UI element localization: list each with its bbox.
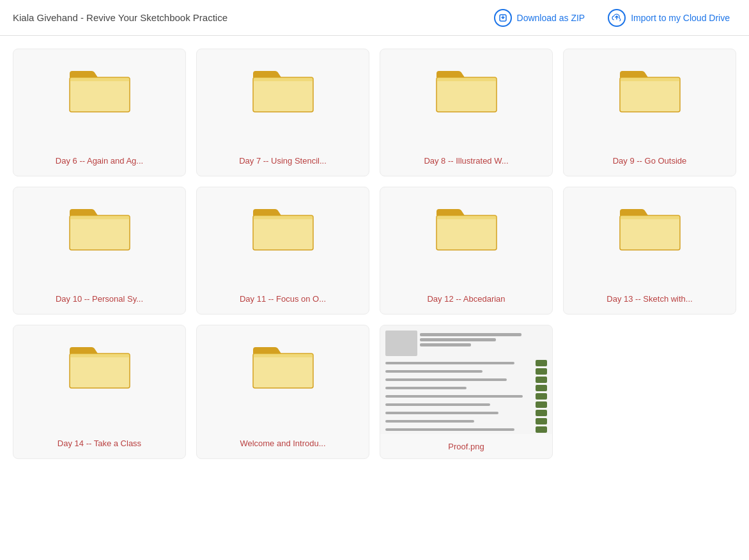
proof-preview: [380, 325, 552, 434]
folder-icon: [248, 336, 318, 406]
svg-rect-5: [436, 77, 497, 112]
file-grid: Day 6 -- Again and Ag... Day 7 -- Using …: [0, 36, 749, 472]
folder-label: Day 14 -- Take a Class: [58, 439, 141, 448]
svg-rect-3: [253, 77, 313, 112]
svg-rect-15: [620, 215, 680, 250]
folder-label: Day 10 -- Personal Sy...: [56, 294, 143, 304]
download-zip-label: Download as ZIP: [517, 13, 585, 23]
cloud-import-icon: [608, 9, 626, 27]
folder-card-day10[interactable]: Day 10 -- Personal Sy...: [13, 187, 186, 315]
svg-rect-6: [436, 77, 497, 81]
download-icon: [494, 9, 512, 27]
header-actions: Download as ZIP Import to my Cloud Drive: [488, 5, 736, 31]
folder-label: Day 13 -- Sketch with...: [606, 294, 692, 304]
header: Kiala Givehand - Revive Your Sketchbook …: [0, 0, 749, 36]
folder-icon: [65, 336, 135, 406]
svg-rect-18: [70, 354, 130, 357]
folder-card-day14[interactable]: Day 14 -- Take a Class: [13, 325, 186, 459]
folder-icon: [248, 198, 318, 268]
folder-icon: [65, 198, 135, 268]
folder-icon: [248, 59, 318, 130]
svg-rect-20: [253, 354, 313, 357]
folder-icon: [615, 198, 685, 268]
import-cloud-label: Import to my Cloud Drive: [631, 13, 730, 23]
folder-card-day9[interactable]: Day 9 -- Go Outside: [563, 49, 736, 176]
folder-label: Welcome and Introdu...: [240, 439, 325, 448]
folder-icon: [431, 59, 502, 130]
folder-card-day13[interactable]: Day 13 -- Sketch with...: [563, 187, 736, 315]
folder-label: Day 11 -- Focus on O...: [240, 294, 326, 304]
folder-card-day11[interactable]: Day 11 -- Focus on O...: [196, 187, 369, 315]
svg-rect-11: [253, 215, 313, 250]
svg-rect-13: [436, 215, 497, 250]
folder-icon: [431, 198, 502, 268]
page-title: Kiala Givehand - Revive Your Sketchbook …: [13, 12, 228, 23]
svg-rect-17: [70, 354, 130, 388]
download-zip-button[interactable]: Download as ZIP: [488, 5, 592, 31]
folder-card-day6[interactable]: Day 6 -- Again and Ag...: [13, 49, 186, 176]
proof-label: Proof.png: [448, 442, 484, 451]
folder-card-welcome[interactable]: Welcome and Introdu...: [196, 325, 369, 459]
svg-rect-19: [253, 354, 313, 388]
folder-label: Day 6 -- Again and Ag...: [56, 156, 143, 166]
svg-rect-14: [436, 215, 497, 219]
folder-icon: [615, 59, 685, 130]
svg-rect-7: [620, 77, 680, 112]
svg-rect-10: [70, 215, 130, 219]
svg-rect-8: [620, 77, 680, 81]
folder-card-day12[interactable]: Day 12 -- Abcedarian: [380, 187, 553, 315]
svg-rect-9: [70, 215, 130, 250]
svg-rect-4: [253, 77, 313, 81]
folder-icon: [65, 59, 135, 130]
folder-label: Day 8 -- Illustrated W...: [424, 156, 508, 166]
folder-label: Day 12 -- Abcedarian: [427, 294, 505, 304]
svg-rect-2: [70, 77, 130, 81]
svg-rect-1: [70, 77, 130, 112]
folder-card-day8[interactable]: Day 8 -- Illustrated W...: [380, 49, 553, 176]
folder-label: Day 9 -- Go Outside: [613, 156, 687, 166]
svg-rect-16: [620, 215, 680, 219]
folder-card-day7[interactable]: Day 7 -- Using Stencil...: [196, 49, 369, 176]
svg-rect-12: [253, 215, 313, 219]
folder-label: Day 7 -- Using Stencil...: [239, 156, 327, 166]
import-cloud-button[interactable]: Import to my Cloud Drive: [601, 5, 736, 31]
proof-label-area: Proof.png: [380, 434, 552, 458]
file-card-proof[interactable]: Proof.png: [380, 325, 553, 459]
